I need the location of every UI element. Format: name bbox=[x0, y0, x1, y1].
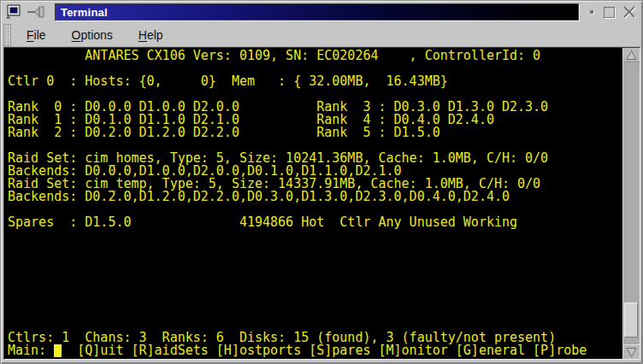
terminal-monitor-icon bbox=[5, 4, 22, 20]
x-icon bbox=[622, 5, 637, 19]
terminal-line: Main: [Q]uit [R]aidSets [H]ostports [S]p… bbox=[8, 344, 622, 357]
terminal-line bbox=[8, 293, 622, 306]
terminal-cursor bbox=[54, 344, 62, 357]
terminal-window: Terminal File Options Help ANTARES CX1 bbox=[0, 0, 643, 364]
terminal-screen[interactable]: ANTARES CX106 Vers: 0109, SN: EC020264 ,… bbox=[4, 48, 622, 359]
terminal-line bbox=[8, 229, 622, 242]
menu-options-mnemonic: O bbox=[72, 28, 81, 42]
terminal-line bbox=[8, 306, 622, 319]
scrollbar-down-button[interactable] bbox=[623, 344, 640, 359]
terminal-line bbox=[8, 255, 622, 267]
terminal-line: Spares : D1.5.0 4194866 Hot Ctlr Any Unu… bbox=[8, 216, 622, 229]
window-menu-button[interactable] bbox=[5, 4, 22, 20]
minimize-button[interactable] bbox=[587, 10, 597, 14]
menu-help-mnemonic: H bbox=[139, 28, 147, 42]
pushpin-icon bbox=[27, 5, 47, 19]
terminal-line bbox=[8, 280, 622, 293]
menu-file-label: ile bbox=[34, 28, 46, 42]
close-button[interactable] bbox=[621, 5, 638, 19]
terminal-line: Rank 2 : D0.2.0 D1.2.0 D2.2.0 Rank 5 : D… bbox=[8, 126, 622, 139]
scrollbar-thumb[interactable] bbox=[624, 302, 638, 338]
maximize-button[interactable] bbox=[601, 7, 616, 18]
terminal-line: ANTARES CX106 Vers: 0109, SN: EC020264 ,… bbox=[8, 50, 622, 62]
triangle-up-icon bbox=[626, 50, 637, 61]
title-field[interactable]: Terminal bbox=[55, 3, 579, 21]
square-icon bbox=[604, 7, 615, 18]
menu-options[interactable]: Options bbox=[65, 25, 120, 45]
menu-options-label: ptions bbox=[80, 28, 112, 42]
terminal-area: ANTARES CX106 Vers: 0109, SN: EC020264 ,… bbox=[3, 47, 640, 360]
menu-file-mnemonic: F bbox=[27, 28, 34, 42]
titlebar[interactable]: Terminal bbox=[1, 1, 642, 23]
terminal-line bbox=[8, 242, 622, 255]
scrollbar-track[interactable] bbox=[624, 62, 638, 344]
terminal-line bbox=[8, 267, 622, 280]
scrollbar[interactable] bbox=[622, 48, 640, 359]
menubar: File Options Help bbox=[3, 23, 640, 47]
menubar-grip-handle[interactable] bbox=[3, 24, 11, 46]
scrollbar-up-button[interactable] bbox=[623, 48, 640, 62]
dot-icon bbox=[590, 10, 593, 14]
menu-help-label: elp bbox=[147, 28, 163, 42]
triangle-down-icon bbox=[626, 347, 637, 358]
menu-file[interactable]: File bbox=[20, 25, 53, 45]
window-title: Terminal bbox=[56, 6, 108, 19]
pin-button[interactable] bbox=[27, 5, 47, 19]
terminal-line: Ctlr 0 : Hosts: {0, 0} Mem : { 32.00MB, … bbox=[8, 75, 622, 88]
menu-help[interactable]: Help bbox=[132, 25, 170, 45]
terminal-line: Backends: D0.2.0,D1.2.0,D2.2.0,D0.3.0,D1… bbox=[8, 191, 622, 203]
